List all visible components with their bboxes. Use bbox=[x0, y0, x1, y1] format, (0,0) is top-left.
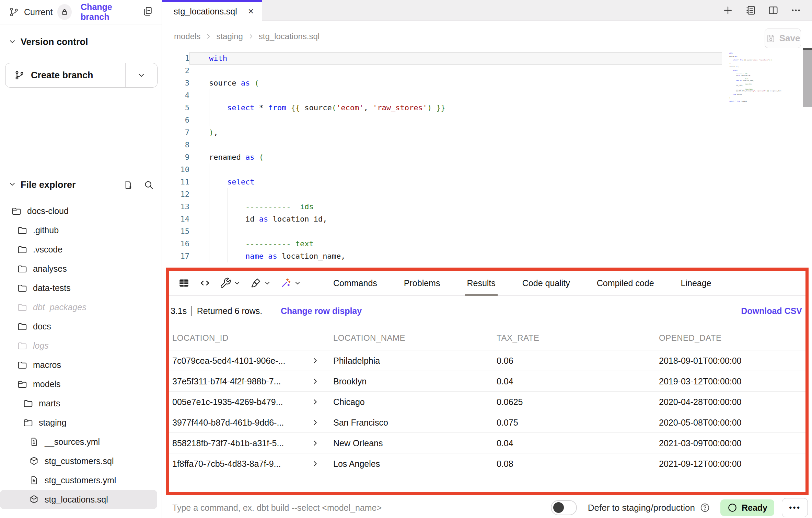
tree-item-models[interactable]: models bbox=[0, 374, 162, 394]
code-editor[interactable]: 1with23source as (45 select * from {{ so… bbox=[162, 52, 812, 268]
help-icon[interactable] bbox=[700, 503, 710, 513]
magic-wand-icon bbox=[280, 277, 292, 289]
line-number: 13 bbox=[162, 201, 189, 213]
format-dropdown[interactable] bbox=[250, 277, 271, 289]
notebook-icon[interactable] bbox=[745, 4, 756, 16]
more-options-button[interactable]: ••• bbox=[782, 498, 808, 517]
tree-item-macros[interactable]: macros bbox=[0, 355, 162, 374]
line-number: 4 bbox=[162, 89, 189, 102]
lock-icon bbox=[60, 8, 69, 16]
tree-item-label: stg_customers.yml bbox=[45, 475, 116, 485]
tab-lineage[interactable]: Lineage bbox=[681, 271, 711, 296]
file-explorer-header[interactable]: File explorer bbox=[0, 175, 162, 194]
expand-row-icon[interactable] bbox=[311, 356, 320, 365]
status-divider bbox=[192, 306, 192, 316]
code-line: 1with bbox=[162, 52, 812, 65]
expand-row-icon[interactable] bbox=[311, 439, 320, 448]
search-icon[interactable] bbox=[143, 180, 154, 190]
tree-item--github[interactable]: .github bbox=[0, 221, 162, 240]
defer-toggle[interactable] bbox=[551, 500, 577, 515]
tree-item-staging[interactable]: staging bbox=[0, 413, 162, 432]
editor: stg_locations.sql × modelsstagingstg_l bbox=[162, 0, 812, 268]
version-control-header[interactable]: Version control bbox=[0, 33, 162, 52]
ai-assist-dropdown[interactable] bbox=[280, 277, 301, 289]
tree-item-logs[interactable]: logs bbox=[0, 336, 162, 355]
tree-item-docs-cloud[interactable]: docs-cloud bbox=[0, 201, 162, 221]
tab-commands[interactable]: Commands bbox=[333, 271, 377, 296]
create-branch-split-button: Create branch bbox=[5, 63, 158, 88]
new-file-icon[interactable] bbox=[123, 180, 133, 190]
tree-item-dbt-packages[interactable]: dbt_packages bbox=[0, 297, 162, 317]
line-content: ), bbox=[189, 126, 218, 139]
tree-item-marts[interactable]: marts bbox=[0, 394, 162, 413]
tree-item--sources-yml[interactable]: __sources.yml bbox=[0, 432, 162, 451]
tab-stg-locations-sql[interactable]: stg_locations.sql × bbox=[162, 0, 262, 21]
tab-problems[interactable]: Problems bbox=[404, 271, 440, 296]
breadcrumb-item[interactable]: stg_locations.sql bbox=[259, 32, 320, 41]
change-branch-link[interactable]: Change branch bbox=[81, 2, 137, 22]
code-view-icon[interactable] bbox=[199, 277, 211, 289]
column-header: LOCATION_NAME bbox=[333, 333, 405, 343]
indent-guide bbox=[209, 89, 209, 126]
close-icon[interactable]: × bbox=[248, 7, 254, 16]
expand-row-icon[interactable] bbox=[311, 459, 320, 468]
breadcrumb: modelsstagingstg_locations.sql bbox=[162, 32, 320, 41]
cell-tax_rate: 0.075 bbox=[497, 417, 518, 427]
copy-icon[interactable] bbox=[142, 6, 153, 18]
table-row[interactable]: 1f8ffa70-7cb5-4d83-8a7f-9...Los Angeles0… bbox=[169, 453, 805, 474]
line-content bbox=[189, 164, 209, 176]
tree-item-analyses[interactable]: analyses bbox=[0, 259, 162, 278]
download-csv-link[interactable]: Download CSV bbox=[741, 306, 802, 316]
breadcrumb-item[interactable]: staging bbox=[216, 32, 243, 41]
version-control-title: Version control bbox=[21, 37, 88, 47]
save-button[interactable]: Save bbox=[765, 29, 801, 48]
build-tools-dropdown[interactable] bbox=[220, 277, 241, 289]
split-pane-icon[interactable] bbox=[767, 4, 779, 16]
code-line: 5 select * from {{ source('ecom', 'raw_s… bbox=[162, 102, 812, 114]
minimap[interactable]: with source as ( select * from {{ source… bbox=[729, 52, 788, 102]
create-branch-button[interactable]: Create branch bbox=[5, 63, 126, 87]
tab-results[interactable]: Results bbox=[467, 271, 495, 296]
code-line: 12 bbox=[162, 188, 812, 201]
breadcrumb-separator-icon bbox=[247, 33, 255, 40]
rows-returned: Returned 6 rows. bbox=[197, 306, 262, 316]
tree-item-stg-locations-sql[interactable]: stg_locations.sql bbox=[0, 490, 157, 509]
git-branch-icon bbox=[9, 7, 19, 17]
cell-opened_date: 2020-04-28T00:00:00 bbox=[659, 397, 741, 407]
expand-row-icon[interactable] bbox=[311, 377, 320, 386]
table-view-icon[interactable] bbox=[178, 277, 190, 289]
more-options-icon[interactable] bbox=[790, 4, 802, 16]
new-tab-icon[interactable] bbox=[722, 4, 734, 16]
chevron-down-icon bbox=[264, 279, 271, 287]
file-explorer-title: File explorer bbox=[21, 180, 76, 190]
line-number: 2 bbox=[162, 65, 189, 77]
dbt-cloud-ide: Current Change branch Version control bbox=[0, 0, 812, 518]
command-input[interactable] bbox=[172, 503, 509, 513]
tree-item-stg-customers-sql[interactable]: stg_customers.sql bbox=[0, 451, 162, 471]
table-row[interactable]: 3977f440-b87d-461b-9dd6-...San Francisco… bbox=[169, 412, 805, 433]
chevron-down-icon bbox=[233, 279, 241, 287]
expand-row-icon[interactable] bbox=[311, 397, 320, 406]
tree-item-stg-customers-yml[interactable]: stg_customers.yml bbox=[0, 471, 162, 490]
line-number: 7 bbox=[162, 126, 189, 139]
toggle-knob bbox=[553, 502, 564, 513]
expand-row-icon[interactable] bbox=[311, 418, 320, 427]
tree-item--vscode[interactable]: .vscode bbox=[0, 240, 162, 259]
tree-item-label: macros bbox=[33, 360, 61, 370]
table-row[interactable]: 37e5f311-b7f4-4f2f-988b-7...Brooklyn0.04… bbox=[169, 371, 805, 392]
tree-item-data-tests[interactable]: data-tests bbox=[0, 278, 162, 297]
ide-status-badge[interactable]: Ready bbox=[720, 499, 774, 516]
tree-item-docs[interactable]: docs bbox=[0, 317, 162, 336]
change-row-display-link[interactable]: Change row display bbox=[281, 306, 362, 316]
line-content: ---------- text bbox=[189, 238, 314, 250]
tab-compiled-code[interactable]: Compiled code bbox=[597, 271, 654, 296]
table-row[interactable]: 7c079cea-5ed4-4101-906e-...Philadelphia0… bbox=[169, 350, 805, 371]
chevron-down-icon bbox=[137, 71, 146, 80]
create-branch-caret-button[interactable] bbox=[126, 63, 157, 87]
table-row[interactable]: 005e7e1c-1935-4269-b479...Chicago0.06252… bbox=[169, 392, 805, 412]
tab-code-quality[interactable]: Code quality bbox=[522, 271, 570, 296]
table-row[interactable]: 858218fb-73f7-4b1b-a31f-5...New Orleans0… bbox=[169, 433, 805, 453]
editor-scrollbar[interactable] bbox=[803, 48, 812, 107]
line-content bbox=[189, 188, 209, 201]
breadcrumb-item[interactable]: models bbox=[174, 32, 200, 41]
